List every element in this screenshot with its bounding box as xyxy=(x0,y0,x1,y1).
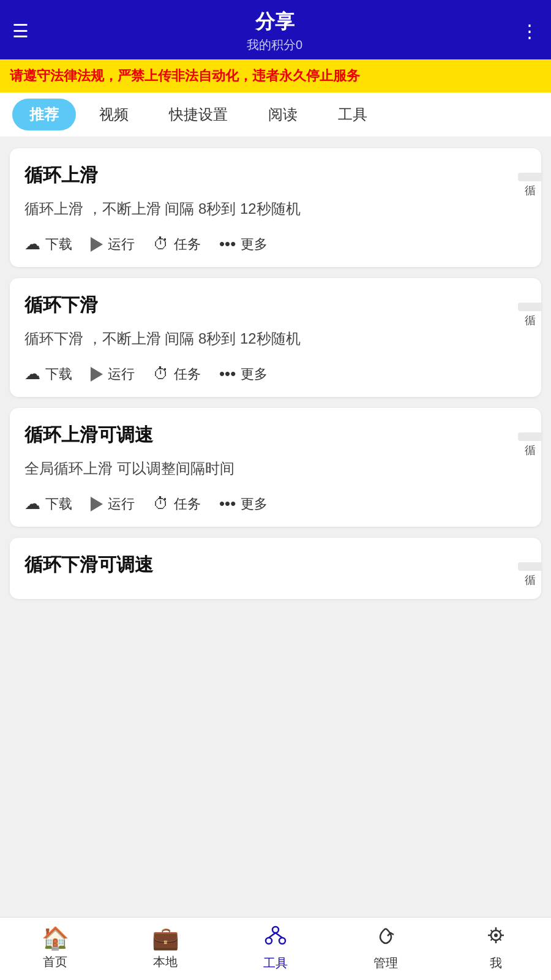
svg-line-4 xyxy=(276,933,282,938)
manage-icon xyxy=(374,924,397,952)
card-desc-3: 全局循环上滑 可以调整间隔时间 xyxy=(24,458,527,480)
nav-manage[interactable]: 管理 xyxy=(331,924,441,971)
more-label-1: 更多 xyxy=(241,235,268,254)
card-desc-1: 循环上滑 ，不断上滑 间隔 8秒到 12秒随机 xyxy=(24,198,527,220)
run-btn-3[interactable]: 运行 xyxy=(91,492,135,516)
svg-line-14 xyxy=(491,939,493,941)
download-label-3: 下载 xyxy=(45,495,72,513)
content-area: 循 循环上滑 循环上滑 ，不断上滑 间隔 8秒到 12秒随机 ☁ 下载 运行 ⏱… xyxy=(0,137,551,917)
script-card-3: 循 循环上滑可调速 全局循环上滑 可以调整间隔时间 ☁ 下载 运行 ⏱ 任务 •… xyxy=(10,408,541,527)
tab-video[interactable]: 视频 xyxy=(82,99,146,130)
card-desc-2: 循环下滑 ，不断上滑 间隔 8秒到 12秒随机 xyxy=(24,328,527,350)
notice-bar: 请遵守法律法规，严禁上传非法自动化，违者永久停止服务 xyxy=(0,59,551,92)
tab-recommend[interactable]: 推荐 xyxy=(12,99,76,130)
more-icon-2: ••• xyxy=(219,364,236,383)
script-card-2: 循 循环下滑 循环下滑 ，不断上滑 间隔 8秒到 12秒随机 ☁ 下载 运行 ⏱… xyxy=(10,278,541,397)
card-tag-1: 循 xyxy=(518,173,542,181)
download-icon-1: ☁ xyxy=(24,235,40,254)
bottom-nav: 🏠 首页 💼 本地 工具 管理 xyxy=(0,917,551,980)
more-btn-1[interactable]: ••• 更多 xyxy=(219,232,268,256)
nav-local-label: 本地 xyxy=(153,954,178,970)
download-btn-2[interactable]: ☁ 下载 xyxy=(24,362,72,386)
download-label-1: 下载 xyxy=(45,235,72,254)
header: ☰ 分享 我的积分0 ⋮ xyxy=(0,0,551,59)
download-btn-1[interactable]: ☁ 下载 xyxy=(24,232,72,256)
task-icon-2: ⏱ xyxy=(153,364,169,383)
more-icon-1: ••• xyxy=(219,235,236,254)
more-btn-2[interactable]: ••• 更多 xyxy=(219,362,268,386)
svg-point-1 xyxy=(266,938,272,944)
nav-home[interactable]: 🏠 首页 xyxy=(0,925,110,970)
me-icon xyxy=(484,924,508,952)
header-center: 分享 我的积分0 xyxy=(247,9,302,53)
card-actions-2: ☁ 下载 运行 ⏱ 任务 ••• 更多 xyxy=(24,362,527,386)
svg-line-13 xyxy=(500,930,501,932)
task-icon-3: ⏱ xyxy=(153,494,169,513)
svg-point-0 xyxy=(272,927,279,933)
play-icon-3 xyxy=(91,497,103,511)
svg-line-11 xyxy=(491,930,493,932)
task-btn-2[interactable]: ⏱ 任务 xyxy=(153,362,201,386)
run-label-2: 运行 xyxy=(108,365,135,383)
more-label-3: 更多 xyxy=(241,495,268,513)
task-label-2: 任务 xyxy=(174,365,201,383)
nav-tools[interactable]: 工具 xyxy=(220,924,331,971)
nav-local[interactable]: 💼 本地 xyxy=(110,925,220,970)
download-btn-3[interactable]: ☁ 下载 xyxy=(24,492,72,516)
card-actions-3: ☁ 下载 运行 ⏱ 任务 ••• 更多 xyxy=(24,492,527,516)
svg-point-6 xyxy=(494,933,498,937)
task-icon-1: ⏱ xyxy=(153,235,169,254)
card-title-1: 循环上滑 xyxy=(24,163,527,188)
task-btn-3[interactable]: ⏱ 任务 xyxy=(153,492,201,516)
nav-tools-label: 工具 xyxy=(263,955,288,971)
tab-bar: 推荐 视频 快捷设置 阅读 工具 xyxy=(0,92,551,137)
task-label-3: 任务 xyxy=(174,495,201,513)
play-icon-2 xyxy=(91,367,103,382)
nav-manage-label: 管理 xyxy=(373,955,398,971)
card-title-3: 循环上滑可调速 xyxy=(24,423,527,448)
header-title: 分享 xyxy=(247,9,302,36)
card-actions-1: ☁ 下载 运行 ⏱ 任务 ••• 更多 xyxy=(24,232,527,256)
card-title-2: 循环下滑 xyxy=(24,293,527,318)
more-icon-3: ••• xyxy=(219,494,236,513)
home-icon: 🏠 xyxy=(42,925,69,951)
tab-tools[interactable]: 工具 xyxy=(321,99,384,130)
run-label-3: 运行 xyxy=(108,495,135,513)
tab-read[interactable]: 阅读 xyxy=(251,99,315,130)
more-icon[interactable]: ⋮ xyxy=(520,20,539,42)
task-btn-1[interactable]: ⏱ 任务 xyxy=(153,232,201,256)
menu-icon[interactable]: ☰ xyxy=(12,20,29,42)
local-icon: 💼 xyxy=(152,925,179,951)
nav-me-label: 我 xyxy=(490,955,502,971)
more-label-2: 更多 xyxy=(241,365,268,383)
play-icon-1 xyxy=(91,237,103,252)
download-icon-2: ☁ xyxy=(24,364,40,383)
task-label-1: 任务 xyxy=(174,235,201,254)
card-tag-4: 循 xyxy=(518,562,541,571)
card-tag-3: 循 xyxy=(518,432,542,441)
nav-me[interactable]: 我 xyxy=(441,924,551,971)
download-label-2: 下载 xyxy=(45,365,72,383)
header-subtitle: 我的积分0 xyxy=(247,37,302,53)
svg-line-12 xyxy=(500,939,501,941)
nav-home-label: 首页 xyxy=(43,954,67,970)
card-title-4: 循环下滑可调速 xyxy=(24,552,527,578)
card-tag-2: 循 xyxy=(518,303,542,311)
download-icon-3: ☁ xyxy=(24,494,40,513)
tools-icon xyxy=(264,924,287,952)
run-btn-2[interactable]: 运行 xyxy=(91,363,135,386)
run-label-1: 运行 xyxy=(108,235,135,254)
script-card-1: 循 循环上滑 循环上滑 ，不断上滑 间隔 8秒到 12秒随机 ☁ 下载 运行 ⏱… xyxy=(10,148,541,267)
run-btn-1[interactable]: 运行 xyxy=(91,233,135,256)
script-card-4: 循 循环下滑可调速 xyxy=(10,538,541,599)
tab-quick[interactable]: 快捷设置 xyxy=(152,99,245,130)
more-btn-3[interactable]: ••• 更多 xyxy=(219,492,268,516)
svg-point-2 xyxy=(279,938,285,944)
svg-line-3 xyxy=(269,933,276,938)
